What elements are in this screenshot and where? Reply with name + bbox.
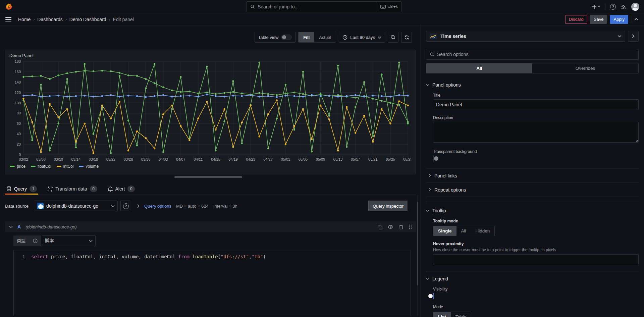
panel-links-row[interactable]: Panel links — [426, 168, 639, 182]
tab-query[interactable]: Query 1 — [5, 183, 38, 194]
fill-option[interactable]: Fill — [299, 32, 314, 42]
legend-item[interactable]: intCol — [57, 164, 74, 169]
collapse-options-pane-button[interactable] — [628, 31, 639, 42]
delete-query-trash-icon[interactable] — [399, 224, 404, 229]
add-new-button[interactable] — [592, 4, 600, 9]
panel-links-label: Panel links — [434, 173, 457, 178]
refresh-button[interactable] — [401, 32, 412, 43]
tab-alert[interactable]: Alert 0 — [107, 183, 137, 194]
chevron-up-icon[interactable] — [634, 18, 639, 21]
legend-item[interactable]: price — [10, 164, 25, 169]
repeat-options-label: Repeat options — [434, 187, 466, 193]
tooltip-mode-all[interactable]: All — [457, 226, 471, 236]
discard-button[interactable]: Discard — [565, 15, 587, 24]
svg-text:03/26: 03/26 — [124, 157, 133, 161]
legend-label: floatCol — [38, 164, 51, 169]
code-string: "tb" — [252, 253, 263, 260]
time-range-label: Last 90 days — [350, 35, 375, 40]
datasource-help-button[interactable]: ? — [120, 201, 131, 211]
legend-item[interactable]: volume — [79, 164, 99, 169]
tab-overrides[interactable]: Overrides — [532, 63, 638, 73]
title-field-label: Title — [433, 93, 639, 98]
panel-title[interactable]: Demo Panel — [5, 50, 416, 59]
actual-option[interactable]: Actual — [314, 32, 336, 42]
time-range-picker[interactable]: Last 90 days — [339, 32, 385, 43]
breadcrumb-bar: Home › Dashboards › Demo Dashboard › Edi… — [0, 13, 644, 25]
legend-swatch — [79, 166, 84, 167]
grafana-logo-icon[interactable] — [5, 3, 13, 10]
code-editor[interactable]: 1 select price, floatCol, intCol, volume… — [13, 250, 411, 316]
breadcrumb: Home › Dashboards › Demo Dashboard › Edi… — [18, 17, 134, 22]
legend-item[interactable]: floatCol — [31, 164, 51, 169]
options-search-input[interactable] — [437, 52, 635, 57]
svg-text:05/29: 05/29 — [403, 157, 411, 161]
panel-title-input[interactable] — [433, 99, 639, 110]
options-search-box[interactable] — [426, 49, 639, 60]
global-search-box[interactable]: ctrl+k — [247, 1, 401, 12]
news-rss-icon[interactable] — [621, 4, 627, 10]
drag-grip-icon[interactable] — [409, 224, 412, 229]
repeat-options-row[interactable]: Repeat options — [426, 182, 639, 197]
datasource-picker[interactable]: dolphindb-datasource-go — [34, 201, 118, 211]
panel-options-header[interactable]: Panel options — [426, 82, 639, 88]
line-number: 1 — [14, 253, 31, 260]
query-options-group: Query options MD = auto = 624 Interval =… — [137, 204, 237, 209]
visualization-picker[interactable]: Time series — [426, 31, 625, 42]
table-view-label: Table view — [258, 35, 279, 40]
breadcrumb-edit-panel: Edit panel — [113, 17, 134, 22]
chevron-down-icon[interactable] — [9, 226, 13, 228]
topbar-divider — [605, 3, 605, 10]
svg-text:180: 180 — [15, 59, 21, 63]
tab-alert-label: Alert — [115, 186, 125, 192]
time-series-chart[interactable]: 02040608010012014016018003/0203/0603/100… — [9, 59, 411, 163]
collapsed-subsections: Panel links Repeat options — [426, 168, 639, 197]
breadcrumb-separator: › — [33, 17, 35, 22]
actions-divider — [631, 16, 631, 23]
transparent-background-toggle[interactable] — [433, 155, 434, 162]
query-pane-scrollbar[interactable] — [417, 195, 418, 316]
type-label-chip: 类型 — [13, 235, 41, 246]
chart-area: 02040608010012014016018003/0203/0603/100… — [5, 59, 416, 163]
zoom-out-button[interactable] — [388, 32, 398, 43]
info-circle-icon[interactable] — [33, 239, 38, 243]
svg-text:100: 100 — [15, 101, 21, 105]
hover-proximity-input[interactable] — [433, 254, 639, 265]
tab-transform-data[interactable]: Transform data 0 — [46, 183, 98, 194]
table-view-toggle[interactable] — [281, 35, 292, 40]
legend-label: price — [17, 164, 25, 169]
legend-mode-table[interactable]: Table — [451, 312, 471, 317]
query-a-row[interactable]: A (dolphindb-datasource-go) — [5, 221, 416, 232]
legend-mode-list[interactable]: List — [433, 312, 451, 317]
svg-text:03/22: 03/22 — [106, 157, 116, 161]
breadcrumb-dashboards[interactable]: Dashboards — [37, 17, 63, 22]
legend-visibility-toggle[interactable] — [433, 293, 434, 299]
breadcrumb-home[interactable]: Home — [18, 17, 31, 22]
svg-text:0: 0 — [19, 153, 21, 157]
user-avatar[interactable] — [631, 3, 639, 11]
search-input[interactable] — [258, 4, 377, 9]
legend-mode-label: Mode — [433, 305, 639, 309]
transform-count-badge: 0 — [90, 186, 97, 192]
tooltip-header[interactable]: Tooltip — [426, 208, 639, 213]
svg-text:60: 60 — [17, 121, 21, 125]
pane-resize-handle[interactable] — [174, 176, 242, 178]
help-icon[interactable]: ? — [610, 4, 616, 10]
query-inspector-button[interactable]: Query inspector — [368, 201, 408, 211]
tooltip-mode-hidden[interactable]: Hidden — [471, 226, 495, 236]
breadcrumb-separator: › — [109, 17, 110, 22]
menu-toggle-icon[interactable] — [5, 17, 11, 21]
chevron-right-icon — [429, 188, 431, 192]
top-bar: ctrl+k ? — [0, 0, 644, 13]
script-type-select[interactable]: 脚本 — [42, 235, 96, 246]
query-options-link[interactable]: Query options — [144, 204, 171, 209]
panel-description-textarea[interactable] — [433, 122, 639, 143]
tooltip-mode-single[interactable]: Single — [433, 226, 457, 236]
duplicate-query-icon[interactable] — [377, 224, 382, 229]
hide-query-eye-icon[interactable] — [388, 224, 393, 229]
tab-all-options[interactable]: All — [426, 63, 532, 73]
save-button[interactable]: Save — [590, 15, 607, 24]
description-field-label: Description — [433, 115, 639, 120]
breadcrumb-dashboard-name[interactable]: Demo Dashboard — [69, 17, 106, 22]
legend-header[interactable]: Legend — [426, 276, 639, 281]
apply-button[interactable]: Apply — [610, 15, 628, 24]
